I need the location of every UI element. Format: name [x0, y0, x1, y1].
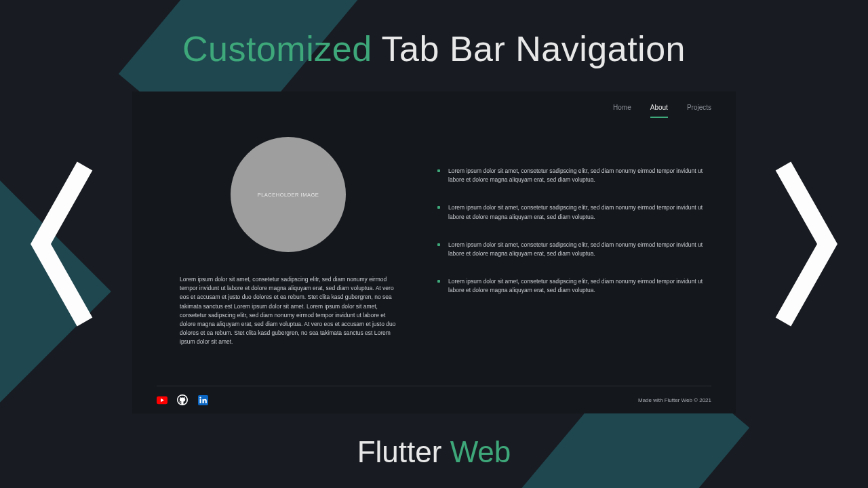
- chevron-right-icon: [773, 156, 841, 332]
- bullet-icon: [437, 280, 440, 283]
- bullet-icon: [437, 169, 440, 172]
- list-item-text: Lorem ipsum dolor sit amet, consetetur s…: [448, 277, 711, 295]
- page-title: Customized Tab Bar Navigation: [0, 28, 868, 69]
- list-item-text: Lorem ipsum dolor sit amet, consetetur s…: [448, 241, 711, 258]
- placeholder-image: PLACEHOLDER IMAGE: [231, 137, 346, 252]
- tab-projects[interactable]: Projects: [687, 104, 711, 118]
- page-subtitle: Flutter Web: [0, 435, 868, 469]
- linkedin-icon: [198, 395, 208, 405]
- left-column: PLACEHOLDER IMAGE Lorem ipsum dolor sit …: [180, 131, 397, 379]
- footer: Made with Flutter Web © 2021: [157, 386, 711, 413]
- title-rest: Tab Bar Navigation: [382, 29, 686, 68]
- list-item: Lorem ipsum dolor sit amet, consetetur s…: [437, 203, 711, 221]
- subtitle-accent: Web: [450, 435, 511, 468]
- placeholder-label: PLACEHOLDER IMAGE: [258, 192, 319, 198]
- tab-home[interactable]: Home: [613, 104, 631, 118]
- youtube-link[interactable]: [157, 394, 167, 405]
- bullet-icon: [437, 206, 440, 209]
- list-item: Lorem ipsum dolor sit amet, consetetur s…: [437, 277, 711, 295]
- linkedin-link[interactable]: [197, 394, 208, 405]
- svg-point-5: [199, 396, 201, 398]
- social-links: [157, 394, 208, 405]
- github-icon: [177, 394, 188, 405]
- right-column: Lorem ipsum dolor sit amet, consetetur s…: [437, 131, 711, 379]
- title-accent: Customized: [182, 29, 372, 68]
- svg-rect-4: [199, 399, 201, 403]
- about-paragraph: Lorem ipsum dolor sit amet, consetetur s…: [180, 275, 397, 346]
- list-item: Lorem ipsum dolor sit amet, consetetur s…: [437, 241, 711, 258]
- tab-about[interactable]: About: [650, 104, 668, 118]
- list-item-text: Lorem ipsum dolor sit amet, consetetur s…: [448, 167, 711, 184]
- chevron-left-icon: [27, 156, 95, 332]
- github-link[interactable]: [177, 394, 188, 405]
- tab-bar: Home About Projects: [132, 92, 736, 118]
- youtube-icon: [157, 396, 167, 405]
- prev-button[interactable]: [27, 156, 95, 332]
- next-button[interactable]: [773, 156, 841, 332]
- footer-copyright: Made with Flutter Web © 2021: [638, 397, 711, 403]
- app-window: Home About Projects PLACEHOLDER IMAGE Lo…: [132, 92, 736, 413]
- list-item: Lorem ipsum dolor sit amet, consetetur s…: [437, 167, 711, 184]
- list-item-text: Lorem ipsum dolor sit amet, consetetur s…: [448, 203, 711, 221]
- content-area: PLACEHOLDER IMAGE Lorem ipsum dolor sit …: [132, 118, 736, 386]
- subtitle-main: Flutter: [357, 435, 442, 468]
- bullet-icon: [437, 243, 440, 246]
